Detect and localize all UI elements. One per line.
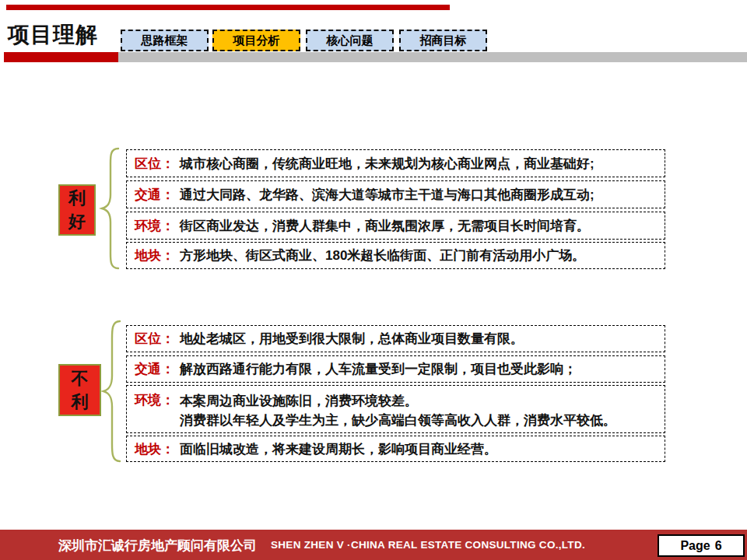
brace-icon bbox=[100, 319, 122, 464]
analysis-row: 交通： 通过大同路、龙华路、滨海大道等城市主干道与海口其他商圈形成互动; bbox=[126, 180, 665, 208]
tab-hexin-wenti[interactable]: 核心问题 bbox=[306, 30, 394, 51]
analysis-row: 区位： 地处老城区，用地受到很大限制，总体商业项目数量有限。 bbox=[126, 325, 665, 352]
side-label-text: 不利 bbox=[71, 367, 89, 414]
row-label: 区位： bbox=[135, 155, 174, 173]
analysis-row: 地块： 方形地块、街区式商业、180米超长临街面、正门前有活动用小广场。 bbox=[126, 242, 665, 269]
row-label: 地块： bbox=[135, 440, 174, 458]
page-number: 6 bbox=[715, 539, 722, 553]
tab-zhaoshang-mubiao[interactable]: 招商目标 bbox=[399, 30, 487, 51]
side-label-favourable: 利好 bbox=[58, 184, 96, 236]
company-name-cn: 深圳市汇诚行房地产顾问有限公司 bbox=[58, 537, 257, 555]
row-text: 通过大同路、龙华路、滨海大道等城市主干道与海口其他商圈形成互动; bbox=[180, 186, 594, 204]
row-label: 环境： bbox=[135, 217, 174, 235]
row-text: 城市核心商圈，传统商业旺地，未来规划为核心商业网点，商业基础好; bbox=[180, 155, 594, 173]
row-label: 区位： bbox=[135, 330, 174, 348]
tab-silu-kuangjia[interactable]: 思路框架 bbox=[121, 30, 209, 51]
row-text: 面临旧城改造，将来建设周期长，影响项目商业经营。 bbox=[180, 440, 497, 458]
company-name-en: SHEN ZHEN V ·CHINA REAL ESTATE CONSULTIN… bbox=[271, 539, 585, 551]
page-number-box: Page 6 bbox=[658, 534, 745, 557]
row-label: 地块： bbox=[135, 247, 174, 264]
tab-xiangmu-fenxi[interactable]: 项目分析 bbox=[212, 30, 300, 51]
analysis-row: 环境： 街区商业发达，消费人群集中，商业氛围浓厚，无需项目长时间培育。 bbox=[126, 212, 665, 240]
top-red-strip bbox=[6, 5, 450, 10]
row-text: 地处老城区，用地受到很大限制，总体商业项目数量有限。 bbox=[180, 330, 524, 348]
page-title: 项目理解 bbox=[8, 20, 98, 50]
row-label: 交通： bbox=[135, 360, 174, 378]
row-text-line1: 本案周边商业设施陈旧，消费环境较差。 bbox=[180, 391, 616, 411]
row-label: 环境： bbox=[135, 391, 174, 409]
row-text-line2: 消费群以年轻人及学生为主，缺少高端白领等高收入人群，消费水平较低。 bbox=[180, 411, 616, 430]
row-text: 街区商业发达，消费人群集中，商业氛围浓厚，无需项目长时间培育。 bbox=[180, 217, 590, 235]
side-label-unfavourable: 不利 bbox=[58, 364, 101, 416]
analysis-row: 区位： 城市核心商圈，传统商业旺地，未来规划为核心商业网点，商业基础好; bbox=[126, 149, 665, 177]
row-text: 方形地块、街区式商业、180米超长临街面、正门前有活动用小广场。 bbox=[180, 247, 585, 264]
analysis-row: 交通： 解放西路通行能力有限，人车流量受到一定限制，项目也受此影响； bbox=[126, 355, 665, 383]
analysis-row: 环境： 本案周边商业设施陈旧，消费环境较差。 消费群以年轻人及学生为主，缺少高端… bbox=[126, 385, 665, 433]
header-gray-bar bbox=[118, 52, 747, 62]
slide: 项目理解 思路框架 项目分析 核心问题 招商目标 利好 区位： 城市核心商圈，传… bbox=[0, 0, 747, 560]
brace-icon bbox=[99, 146, 121, 271]
page-label: Page bbox=[680, 539, 710, 553]
title-underline-bar bbox=[4, 52, 118, 62]
row-text: 解放西路通行能力有限，人车流量受到一定限制，项目也受此影响； bbox=[180, 360, 577, 378]
row-label: 交通： bbox=[135, 186, 174, 204]
row-text: 本案周边商业设施陈旧，消费环境较差。 消费群以年轻人及学生为主，缺少高端白领等高… bbox=[180, 391, 616, 430]
side-label-text: 利好 bbox=[68, 187, 86, 233]
analysis-row: 地块： 面临旧城改造，将来建设周期长，影响项目商业经营。 bbox=[126, 436, 665, 462]
